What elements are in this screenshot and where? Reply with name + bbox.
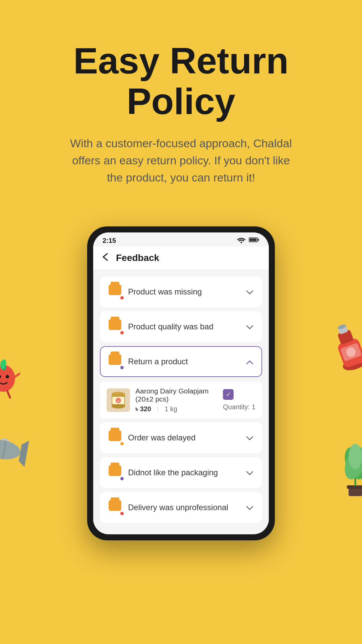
- hero-subtitle: With a customer-focused approach, Chalda…: [64, 135, 298, 186]
- feedback-title: Feedback: [116, 253, 159, 263]
- feedback-item-return[interactable]: Return a product: [100, 346, 262, 377]
- product-meta: ৳ 320 | 1 kg: [135, 405, 218, 413]
- feedback-icon-return: [109, 354, 123, 369]
- feedback-item-left: Product quality was bad: [109, 319, 214, 334]
- product-return-row[interactable]: A Aarong Dairy Golapjam (20±2 pcs) ৳ 320…: [100, 382, 262, 418]
- icon-dot-red: [120, 511, 124, 516]
- feedback-label-missing: Product was missing: [128, 287, 202, 297]
- svg-line-15: [7, 391, 10, 398]
- chevron-down-icon: [246, 287, 253, 297]
- feedback-label-return: Return a product: [128, 357, 188, 366]
- icon-box: [109, 319, 121, 330]
- phone-frame: 2:15: [87, 226, 275, 540]
- icon-box: [109, 500, 121, 511]
- feedback-label-packaging: Didnot like the packaging: [128, 468, 218, 477]
- status-time: 2:15: [103, 237, 116, 245]
- feedback-item-left: Product was missing: [109, 284, 202, 299]
- icon-box: [109, 284, 121, 295]
- svg-line-13: [15, 373, 20, 377]
- svg-point-25: [349, 444, 362, 469]
- feedback-icon-packaging: [109, 465, 123, 480]
- icon-box: [109, 430, 121, 441]
- chevron-down-icon: [246, 502, 253, 513]
- fish-decoration: [0, 427, 30, 477]
- feedback-icon-delayed: [109, 430, 123, 445]
- feedback-icon-missing: [109, 284, 123, 299]
- feedback-icon-delivery: [109, 500, 123, 515]
- feedback-icon-quality: [109, 319, 123, 334]
- svg-text:A: A: [117, 399, 119, 402]
- icon-dot-purple: [120, 476, 124, 481]
- separator: |: [157, 406, 159, 412]
- chevron-up-icon: [246, 357, 253, 367]
- tomato-person-decoration: [0, 355, 20, 406]
- feedback-label-delivery: Delivery was unprofessional: [128, 503, 228, 512]
- icon-dot-purple: [120, 365, 124, 370]
- wifi-icon: [237, 236, 246, 245]
- feedback-item-delayed[interactable]: Order was delayed: [100, 422, 262, 453]
- feedback-item-left: Didnot like the packaging: [109, 465, 218, 480]
- feedback-item-quality[interactable]: Product quality was bad: [100, 311, 262, 342]
- product-price: ৳ 320: [135, 405, 151, 413]
- feedback-label-quality: Product quality was bad: [128, 322, 214, 331]
- plant-decoration: [339, 443, 362, 507]
- product-details: Aarong Dairy Golapjam (20±2 pcs) ৳ 320 |…: [135, 387, 218, 413]
- feedback-item-left: Order was delayed: [109, 430, 195, 445]
- icon-dot-red: [120, 330, 124, 335]
- product-image: A: [107, 388, 130, 412]
- icon-dot-orange: [120, 441, 124, 446]
- app-header: Feedback: [93, 247, 269, 270]
- svg-point-26: [241, 242, 242, 244]
- chevron-down-icon: [246, 433, 253, 443]
- svg-point-32: [112, 404, 125, 409]
- svg-point-9: [6, 375, 9, 378]
- feedback-item-left: Return a product: [109, 354, 188, 369]
- svg-rect-29: [249, 238, 257, 241]
- feedback-label-delayed: Order was delayed: [128, 433, 195, 442]
- feedback-list: Product was missing: [93, 270, 269, 533]
- product-name: Aarong Dairy Golapjam (20±2 pcs): [135, 387, 218, 403]
- chevron-down-icon: [246, 468, 253, 478]
- product-quantity: Quantity: 1: [223, 403, 255, 411]
- feedback-item-packaging[interactable]: Didnot like the packaging: [100, 457, 262, 488]
- phone-mockup: 2:15: [0, 226, 362, 540]
- icon-box: [109, 465, 121, 476]
- hero-section: Easy ReturnPolicy With a customer-focuse…: [0, 0, 362, 206]
- feedback-item-left: Delivery was unprofessional: [109, 500, 228, 515]
- ketchup-decoration: [323, 316, 362, 384]
- feedback-item-delivery[interactable]: Delivery was unprofessional: [100, 492, 262, 523]
- icon-dot-red: [120, 296, 124, 300]
- icon-box: [109, 354, 121, 365]
- hero-title: Easy ReturnPolicy: [27, 40, 335, 121]
- battery-icon: [249, 237, 259, 244]
- product-checkbox[interactable]: ✓: [223, 389, 234, 400]
- back-button[interactable]: [101, 253, 111, 263]
- svg-point-16: [0, 437, 22, 462]
- feedback-item-missing[interactable]: Product was missing: [100, 276, 262, 307]
- status-bar: 2:15: [93, 232, 269, 247]
- product-weight: 1 kg: [165, 405, 177, 413]
- phone-screen: 2:15: [93, 232, 269, 534]
- chevron-down-icon: [246, 322, 253, 332]
- status-icons: [237, 236, 259, 245]
- svg-rect-28: [258, 239, 259, 241]
